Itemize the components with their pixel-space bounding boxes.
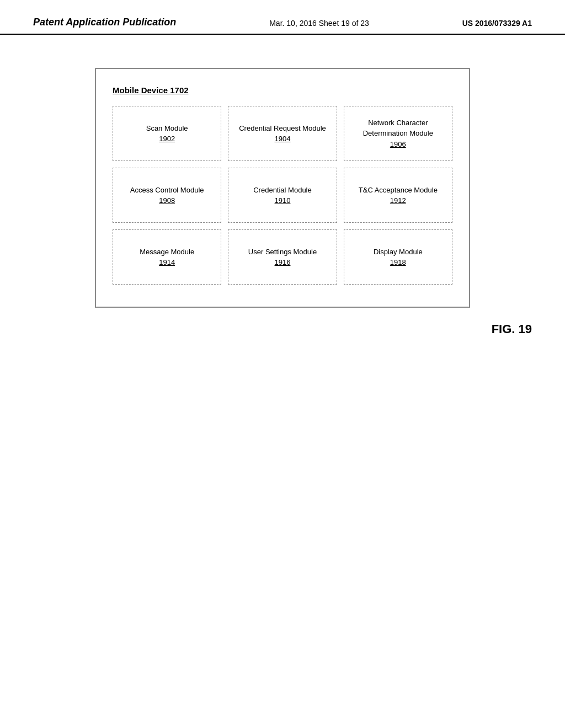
- access-control-module-number: 1908: [159, 195, 175, 206]
- user-settings-module-name: User Settings Module: [248, 247, 317, 258]
- access-control-module-box: Access Control Module 1908: [113, 168, 221, 223]
- credential-request-module-name: Credential Request Module: [239, 123, 326, 134]
- message-module-name: Message Module: [140, 247, 194, 258]
- patent-number: US 2016/073329 A1: [462, 17, 532, 28]
- display-module-name: Display Module: [374, 247, 423, 258]
- mobile-device-label: Mobile Device 1702: [113, 85, 452, 95]
- scan-module-name: Scan Module: [146, 123, 188, 134]
- network-character-module-box: Network Character Determination Module 1…: [344, 106, 452, 161]
- credential-module-name: Credential Module: [253, 185, 312, 196]
- scan-module-box: Scan Module 1902: [113, 106, 221, 161]
- credential-request-module-number: 1904: [275, 133, 291, 144]
- credential-module-number: 1910: [275, 195, 291, 206]
- message-module-number: 1914: [159, 257, 175, 268]
- tc-acceptance-module-name: T&C Acceptance Module: [359, 185, 438, 196]
- display-module-number: 1918: [390, 257, 406, 268]
- network-character-module-number: 1906: [390, 139, 406, 150]
- scan-module-number: 1902: [159, 133, 175, 144]
- tc-acceptance-module-number: 1912: [390, 195, 406, 206]
- diagram-container: Mobile Device 1702 Scan Module 1902 Cred…: [95, 68, 470, 308]
- tc-acceptance-module-box: T&C Acceptance Module 1912: [344, 168, 452, 223]
- network-character-module-name: Network Character Determination Module: [350, 117, 446, 139]
- user-settings-module-number: 1916: [275, 257, 291, 268]
- figure-label-text: FIG. 19: [492, 322, 532, 336]
- message-module-box: Message Module 1914: [113, 229, 221, 285]
- main-content: Mobile Device 1702 Scan Module 1902 Cred…: [0, 35, 565, 308]
- sheet-info: Mar. 10, 2016 Sheet 19 of 23: [269, 17, 369, 28]
- user-settings-module-box: User Settings Module 1916: [228, 229, 337, 285]
- modules-grid: Scan Module 1902 Credential Request Modu…: [113, 106, 452, 285]
- figure-label: FIG. 19: [492, 320, 532, 337]
- page-header: Patent Application Publication Mar. 10, …: [0, 0, 565, 35]
- credential-request-module-box: Credential Request Module 1904: [228, 106, 337, 161]
- credential-module-box: Credential Module 1910: [228, 168, 337, 223]
- display-module-box: Display Module 1918: [344, 229, 452, 285]
- publication-title: Patent Application Publication: [33, 17, 176, 28]
- access-control-module-name: Access Control Module: [130, 185, 204, 196]
